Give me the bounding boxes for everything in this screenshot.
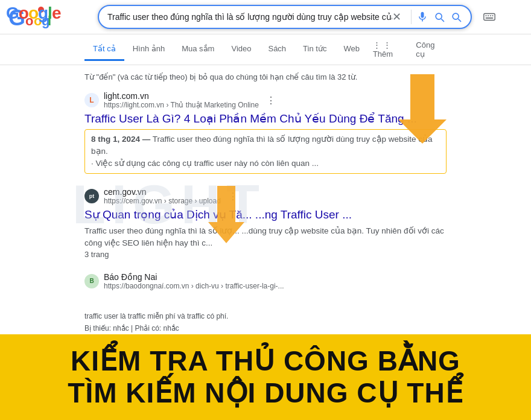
result-pages-2: 3 trang [84,250,447,259]
svg-rect-10 [488,15,489,16]
logo-g2: g [38,4,48,23]
logo-g: G [6,4,19,23]
result-item-1: L light.com.vn https://light.com.vn › Th… [84,91,447,174]
result-url-3: https://baodongnaí.com.vn › dich-vu › tr… [104,282,284,290]
favicon-2: pt [84,189,99,203]
result-more-2[interactable]: ⋮ [228,191,238,202]
header: G o o g l Google ✕ [0,0,531,34]
tab-web[interactable]: Web [335,38,368,61]
svg-rect-9 [486,15,487,16]
clear-icon[interactable]: ✕ [392,10,401,24]
result-more-1[interactable]: ⋮ [266,95,276,106]
result-source-3: B Báo Đồng Nai https://baodongnaí.com.vn… [84,272,447,290]
more-tabs[interactable]: ⋮ ⋮ Thêm [368,34,407,65]
notice-text: Từ "đến" (và các từ tiếp theo) bị bỏ qua… [84,72,531,81]
search-bar: ✕ [98,5,472,29]
svg-rect-12 [492,15,494,16]
result-item-2: pt cem.gov.vn https://cem.gov.vn › stora… [84,187,447,258]
result-snippet-1: 8 thg 1, 2024 — Traffic user theo đúng n… [91,133,440,170]
svg-rect-11 [490,15,491,16]
keyboard-icon[interactable] [483,10,496,24]
tab-images[interactable]: Hình ảnh [124,38,174,61]
tools-button[interactable]: Công cụ [407,34,447,65]
svg-rect-13 [486,18,494,19]
banner-line2: TÌM KIẾM NỘI DUNG CỤ THỂ [18,377,513,409]
tab-books[interactable]: Sách [259,38,294,61]
source-info-1: light.com.vn https://light.com.vn › Thủ … [104,91,259,109]
bottom-note-1: traffic user là traffic miễn phí và traf… [0,308,228,320]
result-date-1: 8 thg 1, 2024 — [91,135,150,144]
yellow-banner: KIỂM TRA THỦ CÔNG BẰNG TÌM KIẾM NỘI DUNG… [0,334,531,420]
result-snippet-box-1: 8 thg 1, 2024 — Traffic user theo đúng n… [84,129,447,174]
favicon-3: B [84,274,99,288]
result-url-1: https://light.com.vn › Thủ thuật Marketi… [104,101,259,109]
source-info-3: Báo Đồng Nai https://baodongnaí.com.vn ›… [104,272,284,290]
svg-rect-8 [484,14,495,21]
result-domain-3: Báo Đồng Nai [104,272,284,282]
source-info-2: cem.gov.vn https://cem.gov.vn › storage … [104,187,221,205]
favicon-1: L [84,93,99,107]
nav-tabs: Tất cả Hình ảnh Mua sắm Video Sách Tin t… [0,34,531,65]
banner-line1: KIỂM TRA THỦ CÔNG BẰNG [18,345,513,377]
search-input[interactable] [107,12,392,22]
result-source-1: L light.com.vn https://light.com.vn › Th… [84,91,447,109]
tab-news[interactable]: Tin tức [294,38,335,61]
tab-all[interactable]: Tất cả [84,38,124,61]
banner-text: KIỂM TRA THỦ CÔNG BẰNG TÌM KIẾM NỘI DUNG… [18,345,513,409]
result-item-3: B Báo Đồng Nai https://baodongnaí.com.vn… [84,272,447,290]
svg-point-7 [453,13,459,19]
google-logo: G o o g l Google [7,5,56,29]
lens-icon[interactable] [433,11,445,23]
result-source-2: pt cem.gov.vn https://cem.gov.vn › stora… [84,187,447,205]
header-icons [483,10,496,24]
result-snippet-2: Traffic user theo đúng nghĩa thì là số l… [84,225,447,250]
logo-o2: o [28,4,38,23]
logo-e: e [52,4,61,23]
search-icon[interactable] [450,11,462,23]
result-title-2[interactable]: Sự Quan trọng của Dịch vụ Tă... ...ng Tr… [84,208,447,223]
main-content: Từ "đến" (và các từ tiếp theo) bị bỏ qua… [0,65,531,290]
logo-l: l [48,4,52,23]
result-title-1[interactable]: Traffic User Là Gì? 4 Loại Phần Mềm Chủ … [84,112,447,127]
tab-video[interactable]: Video [223,38,259,61]
result-domain-2: cem.gov.vn [104,187,221,197]
bottom-note-2: Bị thiếu: nhắc | Phải có: nhắc [0,323,179,332]
svg-point-6 [436,13,442,19]
result-url-2: https://cem.gov.vn › storage › upload [104,197,221,205]
tab-shopping[interactable]: Mua sắm [173,38,223,61]
result-snippet-text-1b: · Việc sử dụng các công cụ traffic user … [91,159,319,168]
result-domain-1: light.com.vn [104,91,259,101]
mic-icon[interactable] [416,11,428,23]
logo-o1: o [19,4,28,23]
